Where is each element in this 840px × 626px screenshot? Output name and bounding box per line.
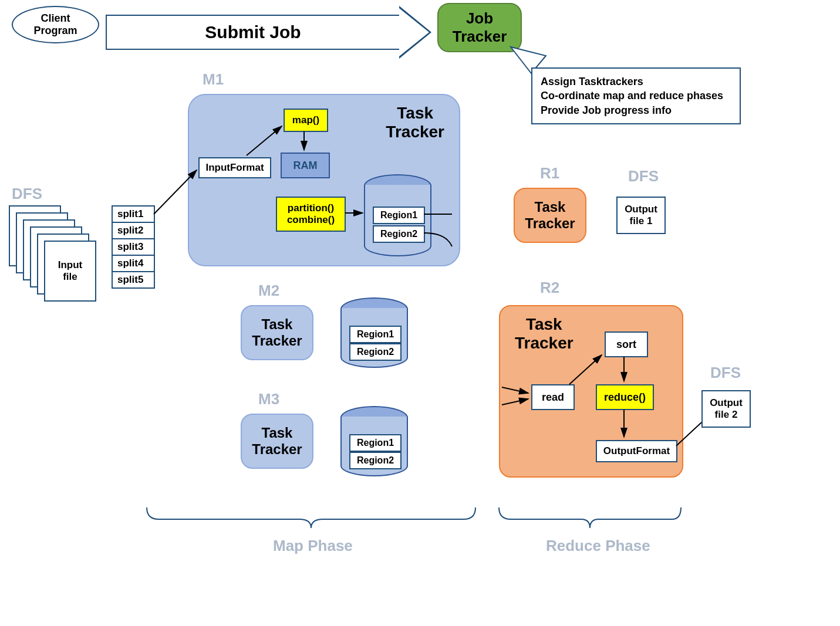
partition-combine-box: partition() combine() (276, 197, 346, 232)
label-m2: M2 (258, 282, 279, 300)
ram-box: RAM (281, 153, 330, 178)
split-item: split5 (113, 272, 154, 287)
label-map-phase: Map Phase (273, 537, 353, 555)
map-box: map() (284, 109, 328, 132)
input-format-box: InputFormat (198, 157, 271, 178)
job-tracker: Job Tracker (437, 3, 522, 52)
label-m1: M1 (203, 70, 224, 89)
r1-output-file: Output file 1 (616, 197, 666, 234)
split-item: split2 (113, 223, 154, 239)
m2-region2: Region2 (349, 343, 402, 361)
label-dfs-left: DFS (12, 185, 42, 203)
m3-region2: Region2 (349, 452, 402, 469)
label-r1: R1 (540, 164, 559, 182)
m2-region1: Region1 (349, 326, 402, 343)
r2-read-box: read (531, 384, 575, 410)
m1-region1: Region1 (373, 207, 425, 224)
r1-task-tracker: Task Tracker (514, 188, 586, 243)
label-dfs-r2: DFS (710, 364, 741, 382)
split-item: split3 (113, 239, 154, 256)
callout-line: Co-ordinate map and reduce phases (541, 89, 731, 103)
m2-task-tracker: Task Tracker (241, 305, 313, 360)
callout-line: Assign Tasktrackers (541, 75, 731, 89)
job-tracker-callout: Assign Tasktrackers Co-ordinate map and … (531, 67, 741, 124)
callout-line: Provide Job progress info (541, 103, 731, 117)
split-item: split4 (113, 256, 154, 272)
r2-sort-box: sort (605, 331, 648, 357)
r2-output-format-box: OutputFormat (596, 440, 677, 462)
client-program: Client Program (12, 6, 99, 43)
submit-job-arrow: Submit Job (106, 6, 431, 59)
task-tracker-label: Task Tracker (386, 104, 444, 141)
r2-reduce-box: reduce() (596, 384, 654, 410)
input-file-stack: Input file (9, 205, 97, 299)
label-dfs-r1: DFS (628, 167, 659, 185)
task-tracker-label: Task Tracker (515, 315, 574, 353)
split-item: split1 (113, 207, 154, 223)
label-r2: R2 (540, 279, 559, 297)
label-m3: M3 (258, 390, 279, 408)
m1-region2: Region2 (373, 225, 425, 243)
splits-list: split1 split2 split3 split4 split5 (112, 205, 155, 289)
m3-task-tracker: Task Tracker (241, 414, 313, 469)
r2-output-file: Output file 2 (701, 390, 751, 428)
m3-region1: Region1 (349, 434, 402, 452)
label-reduce-phase: Reduce Phase (546, 537, 650, 555)
